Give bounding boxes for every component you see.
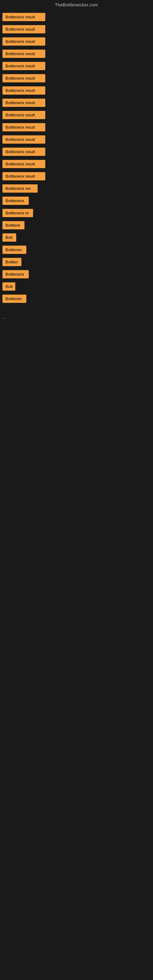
bottleneck-result-badge[interactable]: Bottlenec [2, 294, 26, 303]
ellipsis-marker: ... [0, 313, 153, 321]
list-item: Bottleneck result [0, 11, 153, 23]
bottleneck-result-badge[interactable]: Bottleneck result [2, 13, 45, 21]
list-item: Bottleneck result [0, 158, 153, 170]
bottleneck-result-badge[interactable]: Bottleneck result [2, 172, 45, 180]
list-item: Bott [0, 280, 153, 292]
bottleneck-result-badge[interactable]: Bottlene [2, 221, 24, 229]
list-item: Bottleneck result [0, 72, 153, 84]
list-item: Bottleneck result [0, 109, 153, 121]
list-item: Bottleneck result [0, 84, 153, 96]
bottleneck-result-badge[interactable]: Bottleneck result [2, 111, 45, 119]
list-item: Bottleneck res [0, 183, 153, 194]
bottleneck-result-badge[interactable]: Bottleneck [2, 197, 29, 205]
site-title: TheBottlenecker.com [55, 2, 98, 7]
bottleneck-result-badge[interactable]: Bottleneck result [2, 160, 45, 168]
list-item: Bottlen [0, 256, 153, 268]
bottleneck-result-badge[interactable]: Bottlenec [2, 246, 26, 254]
bottleneck-result-badge[interactable]: Bottleneck result [2, 86, 45, 95]
list-item: Bottleneck result [0, 23, 153, 35]
bottleneck-result-badge[interactable]: Bottleneck result [2, 49, 45, 58]
list-item: Bottleneck result [0, 60, 153, 72]
list-item: Bottleneck [0, 268, 153, 280]
bottleneck-result-badge[interactable]: Bottlen [2, 258, 21, 266]
bottleneck-result-badge[interactable]: Bottleneck result [2, 62, 45, 70]
bottleneck-result-badge[interactable]: Bott [2, 282, 15, 291]
bottleneck-result-badge[interactable]: Bottleneck result [2, 25, 45, 33]
list-item: Bottleneck result [0, 134, 153, 145]
list-item: Bottleneck result [0, 170, 153, 182]
bottleneck-result-badge[interactable]: Bott [2, 233, 16, 242]
list-item: Bottleneck result [0, 48, 153, 59]
list-item: Bott [0, 232, 153, 243]
list-item: Bottlenec [0, 244, 153, 255]
list-item: Bottleneck result [0, 146, 153, 158]
site-header: TheBottlenecker.com [0, 0, 153, 9]
list-item: Bottlene [0, 219, 153, 231]
bottleneck-result-badge[interactable]: Bottleneck result [2, 123, 45, 131]
list-item: Bottleneck result [0, 97, 153, 108]
bottleneck-result-badge[interactable]: Bottleneck res [2, 185, 38, 192]
list-item: Bottleneck re [0, 207, 153, 219]
bottleneck-result-badge[interactable]: Bottleneck result [2, 148, 45, 156]
bottleneck-result-badge[interactable]: Bottleneck [2, 270, 29, 278]
bottleneck-result-badge[interactable]: Bottleneck result [2, 37, 45, 46]
bottleneck-result-badge[interactable]: Bottleneck result [2, 99, 45, 107]
bottleneck-list: Bottleneck resultBottleneck resultBottle… [0, 9, 153, 307]
list-item: Bottleneck result [0, 35, 153, 47]
list-item: Bottleneck [0, 195, 153, 207]
bottleneck-result-badge[interactable]: Bottleneck result [2, 74, 45, 83]
bottleneck-result-badge[interactable]: Bottleneck re [2, 209, 33, 217]
list-item: Bottleneck result [0, 121, 153, 133]
list-item: Bottlenec [0, 293, 153, 304]
ellipsis-section: ... [0, 313, 153, 321]
bottleneck-result-badge[interactable]: Bottleneck result [2, 135, 45, 144]
